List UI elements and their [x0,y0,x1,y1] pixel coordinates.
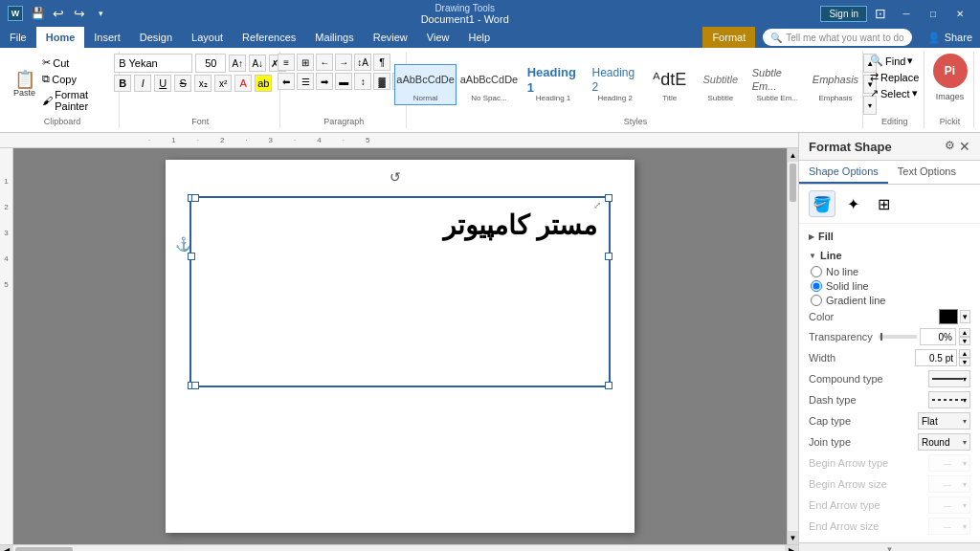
transparency-up[interactable]: ▲ [959,328,970,337]
panel-scroll-down[interactable]: ▼ [799,542,980,551]
scroll-h-thumb[interactable] [15,547,73,552]
format-panel-settings-icon[interactable]: ⚙ [945,139,955,154]
justify-btn[interactable]: ▬ [335,73,352,90]
paste-button[interactable]: 📋 Paste [11,69,37,99]
share-btn[interactable]: 👤 Share [920,27,980,48]
highlight-btn[interactable]: ab [255,75,272,92]
tab-references[interactable]: References [233,27,305,48]
maximize-btn[interactable]: □ [921,4,946,23]
show-para-btn[interactable]: ¶ [373,54,390,71]
copy-button[interactable]: ⧉ Copy [39,72,113,86]
join-dropdown[interactable]: Round ▾ [918,433,970,451]
font-color-btn[interactable]: A [234,75,252,92]
replace-button[interactable]: ⇄ Replace [867,70,922,84]
scroll-thumb[interactable] [790,164,796,202]
handle-mr[interactable] [605,253,612,260]
handle-ml[interactable] [188,253,195,260]
indent-inc-btn[interactable]: → [335,54,352,71]
color-dropdown-arrow[interactable]: ▾ [960,310,970,323]
subscript-btn[interactable]: x₂ [194,75,212,92]
tab-shape-options[interactable]: Shape Options [799,161,888,184]
align-left-btn[interactable]: ⬅ [278,73,295,90]
shrink-font-btn[interactable]: A↓ [249,55,266,72]
style-no-spacing[interactable]: aAbBcCdDe No Spac... [457,64,520,105]
tab-text-options[interactable]: Text Options [888,161,966,184]
compound-dropdown[interactable]: ▾ [928,370,970,387]
horizontal-scrollbar[interactable]: ◀ ▶ [0,544,798,551]
style-heading1[interactable]: Heading 1 Heading 1 [522,64,586,105]
signin-button[interactable]: Sign in [820,6,867,22]
tab-design[interactable]: Design [130,27,182,48]
superscript-btn[interactable]: x² [214,75,232,92]
transparency-slider[interactable] [879,335,917,339]
format-panel-close-btn[interactable]: ✕ [959,139,970,154]
ribbon-display-btn[interactable]: ⊡ [875,6,886,21]
document-area[interactable]: ↺ ⚓ مستر کامپیوتر [13,148,787,544]
strikethrough-btn[interactable]: S [174,75,191,92]
style-subtle-em[interactable]: Subtle Em... Subtle Em... [746,64,809,105]
transparency-input[interactable] [920,328,956,345]
vertical-scrollbar[interactable]: ▲ ▼ [787,148,798,544]
bold-btn[interactable]: B [114,75,131,92]
indent-dec-btn[interactable]: ← [316,54,333,71]
font-name-input[interactable] [114,54,192,73]
style-heading2[interactable]: Heading 2 Heading 2 [587,64,644,105]
scroll-right-btn[interactable]: ▶ [785,545,798,552]
grow-font-btn[interactable]: A↑ [229,55,246,72]
gradient-line-radio[interactable] [811,295,822,306]
cut-button[interactable]: ✂ Cut [39,55,113,70]
close-btn[interactable]: ✕ [947,4,972,23]
style-emphasis[interactable]: Emphasis Emphasis [810,64,862,105]
tab-file[interactable]: File [0,27,36,48]
color-swatch[interactable] [939,309,958,324]
tab-mailings[interactable]: Mailings [305,27,363,48]
width-input[interactable] [915,349,957,366]
style-normal[interactable]: aAbBcCdDe Normal [394,64,457,105]
shading-btn[interactable]: ▓ [373,73,390,90]
fill-section-header[interactable]: ▶ Fill [799,228,980,245]
style-subtitle[interactable]: Subtitle Subtitle [696,64,746,105]
width-down[interactable]: ▼ [959,358,970,366]
scroll-left-btn[interactable]: ◀ [0,545,13,552]
redo-qa-btn[interactable]: ↪ [71,5,88,22]
handle-br[interactable] [605,382,612,389]
scroll-up-btn[interactable]: ▲ [788,148,798,162]
width-up[interactable]: ▲ [959,349,970,358]
sort-btn[interactable]: ↕A [354,54,371,71]
tell-me-box[interactable]: 🔍 Tell me what you want to do [763,29,911,46]
tab-help[interactable]: Help [458,27,500,48]
scroll-down-btn[interactable]: ▼ [788,531,798,544]
numbering-btn[interactable]: ⊞ [297,54,314,71]
tab-insert[interactable]: Insert [84,27,130,48]
solid-line-radio[interactable] [811,280,822,292]
cap-dropdown[interactable]: Flat ▾ [918,412,970,430]
handle-tm[interactable] [191,194,199,202]
undo-qa-btn[interactable]: ↩ [50,5,67,22]
underline-btn[interactable]: U [154,75,171,92]
tab-layout[interactable]: Layout [182,27,233,48]
customize-qa-btn[interactable]: ▾ [92,5,109,22]
dash-dropdown[interactable]: ▾ [928,391,970,408]
fill-line-icon[interactable]: 🪣 [809,190,835,217]
find-button[interactable]: 🔍 Find ▾ [867,54,916,68]
transparency-down[interactable]: ▼ [959,337,970,345]
tab-home[interactable]: Home [36,27,85,48]
line-section-header[interactable]: ▼ Line [799,247,980,264]
textbox-content[interactable]: مستر کامپیوتر [191,198,609,253]
align-right-btn[interactable]: ➡ [316,73,333,90]
effects-icon[interactable]: ✦ [839,190,866,217]
minimize-btn[interactable]: ─ [894,4,919,23]
line-spacing-btn[interactable]: ↕ [354,73,371,90]
textbox[interactable]: مستر کامپیوتر ⤢ [189,196,611,387]
select-button[interactable]: ↗ Select ▾ [867,86,921,100]
save-qa-btn[interactable]: 💾 [29,5,46,22]
font-size-input[interactable] [195,54,226,73]
align-center-btn[interactable]: ☰ [297,73,314,90]
pickit-icon[interactable]: Pi [933,54,968,88]
tab-format[interactable]: Format [702,27,755,48]
format-painter-button[interactable]: 🖌 Format Painter [39,88,113,113]
bullets-btn[interactable]: ≡ [278,54,295,71]
tab-view[interactable]: View [417,27,459,48]
no-line-radio[interactable] [811,266,822,277]
style-title[interactable]: ᴬdtE Title [645,64,695,105]
